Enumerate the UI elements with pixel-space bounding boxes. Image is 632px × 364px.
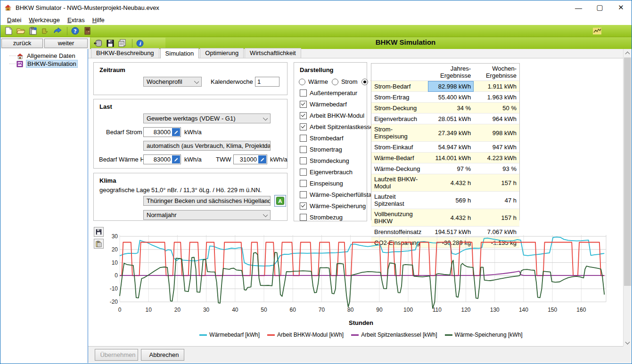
checkbox-icon[interactable] bbox=[300, 180, 307, 187]
check-row-einspeisung[interactable]: Einspeisung bbox=[300, 180, 367, 187]
checkbox-icon[interactable] bbox=[300, 169, 307, 176]
radio-wärme[interactable] bbox=[299, 79, 305, 85]
next-button[interactable]: weiter bbox=[44, 39, 88, 48]
tab-bhkw-beschreibung[interactable]: BHKW-Beschreibung bbox=[91, 48, 159, 58]
sidebar-item-allgemeine-daten[interactable]: Allgemeine Daten bbox=[9, 52, 88, 60]
help-icon[interactable]: ? bbox=[70, 26, 80, 36]
result-week-cell[interactable]: 1.911 kWh bbox=[474, 81, 519, 92]
paste-icon[interactable] bbox=[28, 26, 38, 36]
check-row-au-entemperatur[interactable]: Außentemperatur bbox=[300, 89, 367, 97]
result-week-cell[interactable]: 157 h bbox=[474, 174, 519, 192]
check-row-stromdeckung[interactable]: Stromdeckung bbox=[300, 157, 367, 164]
result-year-cell[interactable]: 54.947 kWh bbox=[428, 142, 474, 153]
result-year-cell[interactable]: 27.349 kWh bbox=[428, 124, 474, 142]
checkbox-icon[interactable] bbox=[300, 191, 307, 198]
open-file-icon[interactable] bbox=[16, 26, 26, 36]
check-row-w-rme-speicherung[interactable]: Wärme-Speicherung bbox=[300, 202, 367, 210]
radio-strom[interactable] bbox=[332, 79, 338, 85]
result-week-cell[interactable]: 47 h bbox=[474, 192, 519, 209]
tab-optimierung[interactable]: Optimierung bbox=[200, 48, 244, 58]
bedarf-strom-input[interactable]: 83000 bbox=[143, 127, 181, 137]
radio-frei[interactable] bbox=[361, 79, 368, 85]
result-year-cell[interactable]: 55.400 kWh bbox=[428, 92, 474, 103]
result-year-cell[interactable]: 114.001 kWh bbox=[428, 153, 474, 163]
scroll-up-arrow[interactable] bbox=[624, 49, 632, 57]
chart-mini-icon[interactable] bbox=[592, 26, 602, 36]
darstellung-group: Darstellung WärmeStromfrei Außentemperat… bbox=[294, 62, 367, 221]
svg-text:-20: -20 bbox=[110, 299, 118, 305]
exit-door-icon[interactable] bbox=[82, 26, 92, 36]
result-week-cell[interactable]: 1.963 kWh bbox=[474, 92, 519, 103]
cancel-button[interactable]: Abbrechen bbox=[141, 349, 184, 361]
check-row-stromertrag[interactable]: Stromertrag bbox=[300, 146, 367, 153]
maximize-button[interactable]: ▢ bbox=[589, 0, 610, 15]
result-week-cell[interactable]: 4.223 kWh bbox=[474, 153, 519, 163]
back-button[interactable]: zurück bbox=[1, 39, 43, 48]
import-icon[interactable] bbox=[40, 26, 50, 36]
info-icon[interactable]: i bbox=[135, 39, 145, 48]
result-week-cell[interactable]: 964 kWh bbox=[474, 113, 519, 124]
checkbox-icon[interactable] bbox=[300, 135, 307, 142]
result-year-cell[interactable]: 34 % bbox=[428, 103, 474, 113]
check-row-arbeit-bhkw-modul[interactable]: Arbeit BHKW-Modul bbox=[300, 112, 367, 119]
apply-button[interactable]: Übernehmen bbox=[95, 349, 138, 361]
tab-simulation[interactable]: Simulation bbox=[160, 48, 199, 58]
checkbox-icon[interactable] bbox=[300, 157, 307, 164]
menu-item-werkzeuge[interactable]: Werkzeuge bbox=[25, 16, 64, 24]
result-year-cell[interactable]: 28.051 kWh bbox=[428, 113, 474, 124]
menu-item-extras[interactable]: Extras bbox=[64, 16, 89, 24]
chart-save-button[interactable] bbox=[94, 227, 104, 237]
checkbox-icon[interactable] bbox=[300, 123, 307, 130]
redo-arrow-icon[interactable] bbox=[52, 26, 63, 36]
waerme-profile-select[interactable]: automatisch (aus Verbrauch, Klima, Proje… bbox=[143, 141, 271, 151]
check-row-w-rmebedarf[interactable]: Wärmebedarf bbox=[300, 101, 367, 108]
vertical-scrollbar[interactable] bbox=[623, 49, 631, 347]
klimajahr-select[interactable]: Normaljahr bbox=[143, 210, 271, 220]
sidebar-item-bhkw-simulation[interactable]: BHKW-Simulation bbox=[9, 60, 88, 68]
result-week-cell[interactable]: 157 h bbox=[474, 209, 519, 226]
checkbox-icon[interactable] bbox=[300, 146, 307, 153]
edit-pencil-icon[interactable] bbox=[172, 155, 180, 163]
klima-map-button[interactable]: A bbox=[274, 195, 286, 207]
kalenderwoche-input[interactable]: 1 bbox=[255, 77, 279, 87]
tww-input[interactable]: 31000 bbox=[233, 154, 267, 164]
close-button[interactable]: ✕ bbox=[610, 0, 632, 15]
tab-wirtschaftlichkeit[interactable]: Wirtschaftlichkeit bbox=[245, 48, 301, 58]
result-week-cell[interactable]: 998 kWh bbox=[474, 124, 519, 142]
svg-text:70: 70 bbox=[319, 307, 325, 313]
check-row-strombezug[interactable]: Strombezug bbox=[300, 214, 367, 221]
result-year-cell[interactable]: 4.432 h bbox=[428, 174, 474, 192]
result-week-cell[interactable]: 93 % bbox=[474, 163, 519, 174]
klimaregion-select[interactable]: Thüringer Becken und sächsisches Hügella… bbox=[143, 196, 271, 206]
result-year-cell[interactable]: 569 h bbox=[428, 192, 474, 209]
checkbox-icon[interactable] bbox=[300, 101, 307, 108]
result-year-cell[interactable]: 82.998 kWh bbox=[428, 81, 474, 92]
edit-pencil-icon[interactable] bbox=[258, 155, 266, 163]
result-week-cell[interactable]: 947 kWh bbox=[474, 142, 519, 153]
scroll-down-arrow[interactable] bbox=[624, 339, 632, 347]
chart-copy-button[interactable] bbox=[94, 239, 104, 249]
bedarf-waerme-input[interactable]: 83000 bbox=[143, 154, 181, 164]
checkbox-icon[interactable] bbox=[300, 202, 307, 210]
check-row-eigenverbrauch[interactable]: Eigenverbrauch bbox=[300, 169, 367, 176]
menu-item-datei[interactable]: Datei bbox=[3, 16, 25, 24]
menu-item-hilfe[interactable]: Hilfe bbox=[89, 16, 108, 24]
minimize-button[interactable]: — bbox=[568, 0, 589, 15]
new-file-icon[interactable] bbox=[3, 26, 14, 36]
result-year-cell[interactable]: 97 % bbox=[428, 163, 474, 174]
database-export-icon[interactable] bbox=[93, 39, 103, 48]
result-year-cell[interactable]: 4.432 h bbox=[428, 209, 474, 226]
scroll-thumb[interactable] bbox=[624, 57, 631, 286]
edit-pencil-icon[interactable] bbox=[172, 128, 180, 136]
save-icon[interactable] bbox=[105, 39, 115, 48]
checkbox-icon[interactable] bbox=[300, 214, 307, 221]
checkbox-icon[interactable] bbox=[300, 89, 307, 97]
profile-select[interactable]: Wochenprofil bbox=[143, 77, 202, 87]
checkbox-icon[interactable] bbox=[300, 112, 307, 119]
check-row-arbeit-spitzenlastkessel[interactable]: Arbeit Spitzenlastkessel bbox=[300, 123, 367, 130]
strom-profile-select[interactable]: Gewerbe werktags (VDEW - G1) bbox=[143, 113, 271, 123]
report-print-icon[interactable] bbox=[117, 39, 128, 48]
result-week-cell[interactable]: 50 % bbox=[474, 103, 519, 113]
check-row-strombedarf[interactable]: Strombedarf bbox=[300, 135, 367, 142]
check-row-w-rme-speicherf-llstand[interactable]: Wärme-Speicherfüllstand bbox=[300, 191, 367, 198]
